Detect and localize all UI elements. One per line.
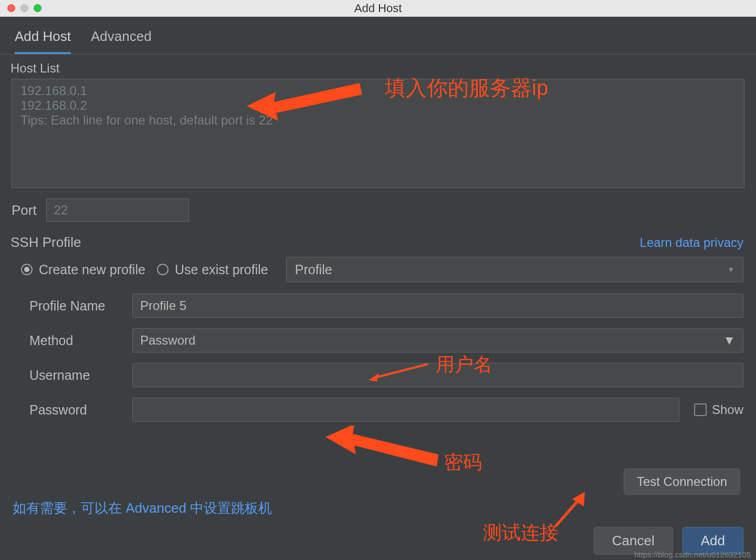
profile-name-input[interactable]: Profile 5 <box>132 294 743 318</box>
test-connection-button[interactable]: Test Connection <box>624 469 740 495</box>
password-label: Password <box>29 402 127 418</box>
checkbox-icon <box>694 403 707 416</box>
tab-bar: Add Host Advanced <box>0 17 756 55</box>
hostlist-label: Host List <box>0 55 756 79</box>
footer-note: 如有需要，可以在 Advanced 中设置跳板机 <box>13 499 272 517</box>
svg-marker-5 <box>572 492 585 506</box>
profile-select-value: Profile <box>295 262 332 277</box>
titlebar: Add Host <box>0 0 756 17</box>
svg-line-4 <box>555 496 582 526</box>
window-title: Add Host <box>0 2 756 15</box>
method-label: Method <box>29 333 127 348</box>
svg-marker-3 <box>326 426 438 466</box>
watermark: https://blog.csdn.net/u012632105 <box>634 550 751 559</box>
tab-advanced[interactable]: Advanced <box>91 28 152 54</box>
password-input[interactable] <box>132 398 679 422</box>
radio-create-profile[interactable]: Create new profile <box>21 262 145 277</box>
annotation-test: 测试连接 <box>483 520 559 546</box>
show-label: Show <box>712 402 743 417</box>
arrow-icon <box>326 426 446 473</box>
port-input[interactable]: 22 <box>46 199 189 222</box>
annotation-password: 密码 <box>444 450 482 475</box>
profile-select[interactable]: Profile ▼ <box>286 257 743 282</box>
radio-icon <box>21 264 33 275</box>
radio-exist-profile[interactable]: Use exist profile <box>157 262 268 277</box>
privacy-link[interactable]: Learn data privacy <box>640 235 743 250</box>
profile-name-label: Profile Name <box>29 298 127 314</box>
show-password-toggle[interactable]: Show <box>685 402 743 417</box>
tab-add-host[interactable]: Add Host <box>15 28 71 54</box>
chevron-down-icon: ▼ <box>727 265 734 274</box>
chevron-down-icon: ▼ <box>723 333 736 348</box>
radio-icon <box>157 264 169 275</box>
ssh-profile-label: SSH Profile <box>10 234 81 251</box>
port-label: Port <box>12 202 37 219</box>
username-input[interactable] <box>132 363 743 387</box>
radio-exist-label: Use exist profile <box>175 262 268 277</box>
hostlist-textarea[interactable]: 192.168.0.1 192.168.0.2 Tips: Each line … <box>12 79 744 188</box>
arrow-icon <box>551 489 593 531</box>
method-select[interactable]: Password ▼ <box>132 328 743 352</box>
radio-create-label: Create new profile <box>39 262 145 277</box>
username-label: Username <box>29 368 127 383</box>
method-value: Password <box>140 333 195 348</box>
